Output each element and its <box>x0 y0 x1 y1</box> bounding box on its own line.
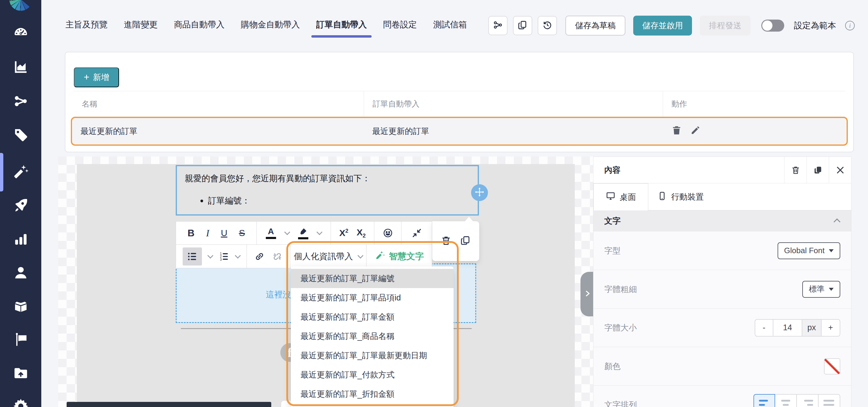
sidebar-item-products[interactable] <box>0 292 41 321</box>
tab-advanced-changes[interactable]: 進階變更 <box>123 13 159 38</box>
strikethrough-button[interactable]: S <box>239 228 245 238</box>
magic-wand-icon <box>13 164 29 181</box>
column-header-name: 名稱 <box>73 99 364 109</box>
chevron-down-icon[interactable] <box>284 229 290 235</box>
delete-row-icon[interactable] <box>671 125 682 138</box>
tab-test-inbox[interactable]: 測試信箱 <box>432 13 468 38</box>
sidebar-item-campaigns[interactable] <box>0 191 41 221</box>
align-center-button[interactable] <box>775 394 797 407</box>
duplicate-block-icon[interactable] <box>460 235 471 247</box>
bottom-block-edge <box>67 402 271 407</box>
schedule-send-button[interactable]: 排程發送 <box>700 15 750 36</box>
text-section-header[interactable]: 文字 <box>593 210 851 232</box>
font-size-input[interactable]: 14 <box>773 320 802 336</box>
italic-button[interactable]: I <box>206 228 210 239</box>
decrease-size-button[interactable]: - <box>755 320 773 336</box>
align-left-button[interactable] <box>753 394 775 407</box>
underline-button[interactable]: U <box>221 228 227 238</box>
sidebar-item-channels[interactable] <box>0 87 41 117</box>
subscript-button[interactable]: X2 <box>356 227 366 239</box>
dropdown-arrow-icon <box>829 249 834 252</box>
svg-text:3: 3 <box>220 258 222 261</box>
content-settings-panel: 內容 桌面 行動裝置 文字 字型 Global Font <box>593 157 851 407</box>
panel-delete-button[interactable] <box>784 157 807 183</box>
font-weight-select[interactable]: 標準 <box>802 281 840 298</box>
panel-title: 內容 <box>604 165 784 175</box>
size-unit-label: px <box>802 320 822 336</box>
sidebar-item-dashboard[interactable] <box>0 18 41 48</box>
font-weight-label: 字體粗細 <box>604 284 637 295</box>
emoji-button[interactable] <box>383 228 393 238</box>
collapse-toolbar-button[interactable] <box>412 228 422 238</box>
share-button[interactable] <box>488 16 507 35</box>
sidebar-item-members[interactable] <box>0 258 41 289</box>
dropdown-option[interactable]: 最近更新的訂單_訂單品項id <box>291 288 454 307</box>
font-family-select[interactable]: Global Font <box>778 242 840 259</box>
dropdown-option[interactable]: 最近更新的訂單_訂單編號 <box>291 269 454 288</box>
ordered-list-button[interactable]: 123 <box>219 251 229 262</box>
increase-size-button[interactable]: + <box>822 320 840 336</box>
analytics-icon <box>13 59 29 76</box>
duplicate-button[interactable] <box>513 16 532 35</box>
member-icon <box>13 265 29 282</box>
smart-text-icon <box>375 250 385 263</box>
tab-desktop[interactable]: 桌面 <box>593 183 648 210</box>
remove-link-button[interactable] <box>272 251 282 262</box>
tab-order-auto-insert[interactable]: 訂單自動帶入 <box>315 13 368 38</box>
delete-block-icon[interactable] <box>441 235 452 247</box>
save-activate-button[interactable]: 儲存並啟用 <box>633 15 692 36</box>
font-color-button[interactable]: A <box>266 227 276 239</box>
sidebar-item-settings[interactable] <box>0 391 41 407</box>
sidebar-item-analytics[interactable] <box>0 53 41 82</box>
color-swatch-none[interactable] <box>824 358 840 374</box>
sidebar-item-import[interactable] <box>0 359 41 389</box>
save-draft-button[interactable]: 儲存為草稿 <box>565 15 625 36</box>
dropdown-option[interactable]: 最近更新的訂單_訂單最新更動日期 <box>291 346 454 365</box>
dropdown-option[interactable]: 最近更新的訂單_折扣金額 <box>291 384 454 404</box>
align-justify-button[interactable] <box>818 394 840 407</box>
sidebar-item-tags[interactable] <box>0 121 41 150</box>
info-icon[interactable]: i <box>845 21 855 30</box>
dropdown-option[interactable]: 最近更新的訂單_商品名稱 <box>291 327 454 346</box>
gear-icon <box>13 398 29 407</box>
tab-credit-auto-insert[interactable]: 購物金自動帶入 <box>240 13 301 38</box>
block-actions-popover <box>432 221 479 261</box>
set-template-toggle[interactable] <box>761 20 784 32</box>
highlight-color-button[interactable] <box>298 227 308 239</box>
tab-divider <box>648 210 851 210</box>
panel-collapse-handle[interactable] <box>581 272 594 316</box>
add-automation-button[interactable]: + 新增 <box>74 67 119 87</box>
tab-mobile[interactable]: 行動裝置 <box>648 183 713 210</box>
block-drag-handle[interactable] <box>471 184 488 201</box>
flag-icon <box>13 332 29 349</box>
bold-button[interactable]: B <box>187 228 194 239</box>
sidebar-item-goals[interactable] <box>0 325 41 355</box>
tab-survey-settings[interactable]: 問卷設定 <box>382 13 418 38</box>
align-right-button[interactable] <box>797 394 818 407</box>
chevron-down-icon[interactable] <box>235 252 241 259</box>
selected-text-block[interactable]: 親愛的會員您好，您近期有異動的訂單資訊如下： 訂單編號： <box>176 165 479 215</box>
insert-link-button[interactable] <box>254 251 265 262</box>
sidebar-item-smart-tools[interactable] <box>0 157 41 187</box>
dropdown-option[interactable]: 最近更新的訂單_付款方式 <box>291 365 454 384</box>
chevron-down-icon[interactable] <box>207 252 213 259</box>
smart-text-button[interactable]: 智慧文字 <box>375 250 424 263</box>
font-family-row: 字型 Global Font <box>593 232 851 270</box>
history-button[interactable] <box>538 16 557 35</box>
table-row-selected[interactable]: 最近更新的訂單 最近更新的訂單 <box>71 117 848 146</box>
personalize-options-dropdown: 最近更新的訂單_訂單編號 最近更新的訂單_訂單品項id 最近更新的訂單_訂單金額… <box>291 266 454 407</box>
sidebar-item-performance[interactable] <box>0 225 41 255</box>
brand-logo <box>9 0 32 11</box>
tab-product-auto-insert[interactable]: 商品自動帶入 <box>173 13 226 38</box>
tab-subject-preview[interactable]: 主旨及預覽 <box>64 13 109 38</box>
share-icon <box>13 93 29 110</box>
chevron-down-icon[interactable] <box>316 229 322 235</box>
panel-duplicate-button[interactable] <box>807 157 829 183</box>
superscript-button[interactable]: X2 <box>339 228 348 238</box>
dropdown-option[interactable]: 最近更新的訂單_訂單金額 <box>291 307 454 327</box>
edit-row-icon[interactable] <box>690 125 701 138</box>
bullet-list-button[interactable] <box>183 247 202 266</box>
package-icon <box>13 298 29 315</box>
personalize-dropdown-button[interactable]: 個人化資訊帶入 <box>294 251 363 262</box>
panel-close-button[interactable] <box>829 157 851 183</box>
